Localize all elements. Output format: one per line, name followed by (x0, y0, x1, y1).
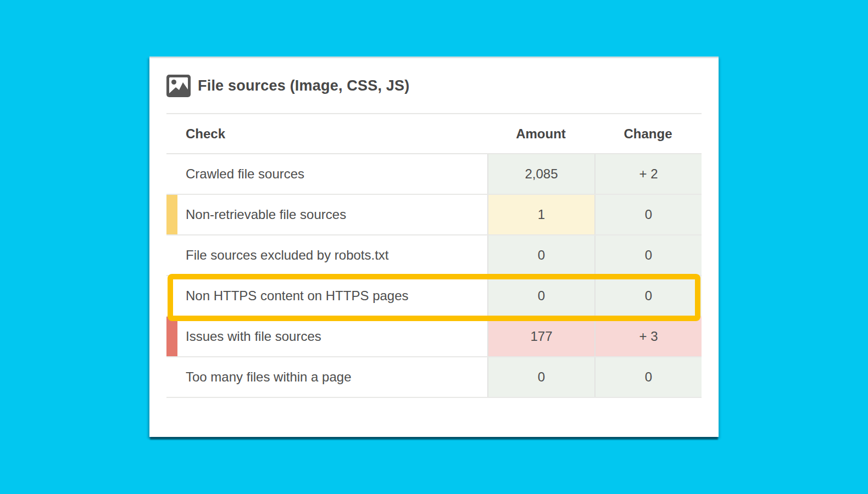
amount-cell: 0 (487, 276, 594, 316)
table-body: Crawled file sources 2,085 + 2 Non-retri… (166, 154, 702, 398)
row-status-marker (166, 317, 177, 356)
table-row[interactable]: Non-retrievable file sources 1 0 (166, 195, 702, 235)
column-header-change: Change (594, 126, 702, 142)
check-cell: Too many files within a page (166, 357, 487, 397)
table-row[interactable]: Crawled file sources 2,085 + 2 (166, 154, 702, 195)
column-header-amount: Amount (487, 126, 594, 142)
amount-cell: 1 (487, 195, 594, 234)
amount-cell: 177 (487, 317, 594, 356)
card-header: File sources (Image, CSS, JS) (166, 58, 702, 114)
change-cell: 0 (594, 357, 702, 397)
check-cell: Non-retrievable file sources (166, 195, 487, 234)
change-cell: 0 (594, 195, 702, 234)
file-sources-card: File sources (Image, CSS, JS) Check Amou… (149, 57, 719, 437)
table-row[interactable]: Too many files within a page 0 0 (166, 357, 702, 398)
amount-cell: 2,085 (487, 154, 594, 194)
table-row[interactable]: Non HTTPS content on HTTPS pages 0 0 (166, 276, 702, 317)
image-icon (166, 75, 191, 97)
desktop-background: File sources (Image, CSS, JS) Check Amou… (0, 0, 868, 494)
change-cell: + 2 (594, 154, 702, 194)
row-status-marker (166, 195, 177, 234)
column-header-check: Check (166, 126, 487, 142)
check-cell: Crawled file sources (166, 154, 487, 194)
file-sources-table: Check Amount Change Crawled file sources… (166, 114, 702, 398)
check-cell: Non HTTPS content on HTTPS pages (166, 276, 487, 316)
amount-cell: 0 (487, 235, 594, 275)
change-cell: + 3 (594, 317, 702, 356)
amount-cell: 0 (487, 357, 594, 397)
change-cell: 0 (594, 235, 702, 275)
table-row[interactable]: Issues with file sources 177 + 3 (166, 317, 702, 357)
card-title: File sources (Image, CSS, JS) (198, 77, 409, 94)
check-cell: File sources excluded by robots.txt (166, 235, 487, 275)
table-header-row: Check Amount Change (166, 114, 702, 154)
change-cell: 0 (594, 276, 702, 316)
table-row[interactable]: File sources excluded by robots.txt 0 0 (166, 235, 702, 276)
check-cell: Issues with file sources (166, 317, 487, 356)
